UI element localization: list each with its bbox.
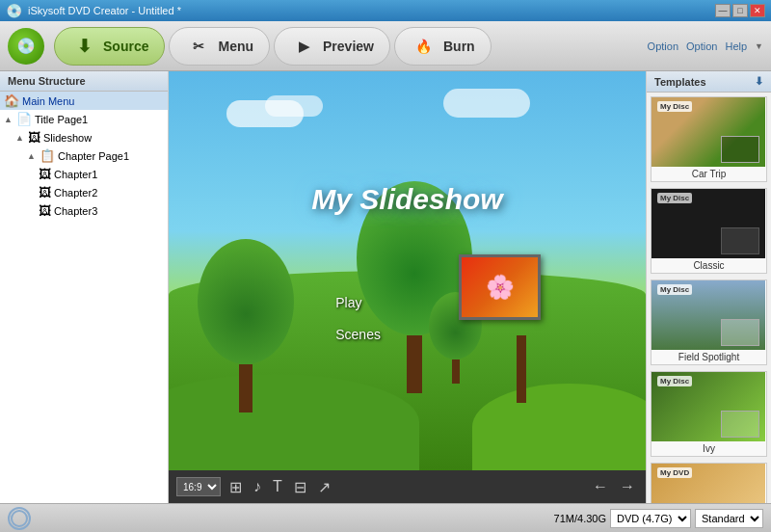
expand-icon-chapter-page: ▲: [27, 151, 37, 161]
maximize-button[interactable]: □: [732, 4, 748, 17]
close-button[interactable]: ✕: [750, 4, 765, 17]
tree-trunk-right: [407, 335, 422, 393]
template-ivy[interactable]: My Disc Ivy: [651, 371, 767, 457]
tree-top-left: [198, 239, 294, 364]
next-button[interactable]: →: [617, 478, 638, 495]
tree-item-slideshow[interactable]: ▲ 🖼 Slideshow: [0, 128, 168, 146]
menu-tab[interactable]: ✂ Menu: [169, 27, 270, 66]
fullscreen-icon[interactable]: ↗: [315, 478, 333, 496]
aspect-ratio-select[interactable]: 16:9 4:3: [176, 477, 221, 496]
tree-item-chapter1[interactable]: 🖼 Chapter1: [0, 165, 168, 183]
status-bar: 71M/4.30G DVD (4.7G) DVD (8.5G) Standard…: [0, 503, 771, 532]
template-ivy-mydisc: My Disc: [657, 376, 692, 386]
video-thumbnail: 🌸: [459, 254, 541, 320]
app-title: iSkysoft DVD Creator - Untitled *: [28, 5, 181, 16]
size-label: 71M/4.30G: [554, 513, 606, 524]
ivy-img: [721, 411, 759, 438]
window-controls: — □ ✕: [715, 4, 765, 17]
chapter2-icon: 🖼: [39, 185, 51, 200]
templates-header: Templates ⬇: [647, 71, 771, 93]
chapter-page1-label: Chapter Page1: [58, 150, 129, 162]
sign-post-group: [517, 335, 526, 403]
preview-tab[interactable]: ▶ Preview: [274, 27, 390, 66]
tree-item-title-page1[interactable]: ▲ 📄 Title Page1: [0, 110, 168, 128]
template-field-mydisc: My Disc: [657, 284, 692, 295]
tree-item-chapter2[interactable]: 🖼 Chapter2: [0, 183, 168, 201]
tree-trunk-center: [452, 359, 460, 384]
template-field-spotlight[interactable]: My Disc Field Spotlight: [651, 279, 767, 365]
preview-area: My Slideshow Play Scenes 🌸: [169, 71, 646, 470]
burn-label: Burn: [443, 39, 475, 54]
help-chevron: ▼: [755, 41, 763, 51]
help-link[interactable]: Help: [725, 40, 747, 52]
template-car-trip[interactable]: My Disc Car Trip: [651, 96, 767, 182]
template-preview-img: [721, 136, 759, 163]
minimize-button[interactable]: —: [715, 4, 731, 17]
template-thumb-field: My Disc: [651, 280, 765, 350]
tree-item-chapter-page1[interactable]: ▲ 📋 Chapter Page1: [0, 146, 168, 165]
ivy-label: Ivy: [651, 441, 766, 456]
subtitle-icon[interactable]: T: [270, 478, 285, 495]
expand-icon-title: ▲: [4, 115, 13, 124]
chapter2-label: Chapter2: [54, 187, 97, 199]
preview-label: Preview: [323, 39, 374, 54]
toolbar-right: Option Option Help ▼: [648, 40, 763, 52]
field-spotlight-label: Field Spotlight: [651, 350, 766, 364]
toolbar: 💿 ⬇ Source ✂ Menu ▶ Preview 🔥 Burn Optio…: [0, 21, 771, 71]
title-bar: 💿 iSkysoft DVD Creator - Untitled * — □ …: [0, 0, 771, 21]
template-classic-mydisc: My Disc: [657, 193, 692, 203]
title-page1-label: Title Page1: [35, 114, 88, 125]
templates-list: My Disc Car Trip My Disc Classic My Disc: [647, 93, 771, 503]
option-link[interactable]: Option: [648, 40, 678, 52]
chapter3-icon: 🖼: [39, 203, 51, 218]
disc-type-select[interactable]: DVD (4.7G) DVD (8.5G): [610, 509, 691, 528]
thumbnail-flower: 🌸: [462, 257, 538, 317]
templates-label: Templates: [654, 76, 706, 88]
source-icon: ⬇: [70, 33, 97, 60]
page-icon: 📄: [16, 112, 32, 126]
burn-icon: 🔥: [411, 33, 438, 60]
source-tab[interactable]: ⬇ Source: [54, 27, 165, 66]
dvd-scene: My Slideshow Play Scenes 🌸: [169, 71, 646, 470]
menu-label: Menu: [218, 39, 253, 54]
screen-icon[interactable]: ⊞: [226, 478, 245, 496]
right-panel: Templates ⬇ My Disc Car Trip My Disc Cla…: [646, 71, 771, 503]
classic-label: Classic: [651, 258, 766, 273]
template-thumb-ivy: My Disc: [651, 372, 765, 441]
chapter-page-icon: 📋: [40, 148, 55, 163]
progress-indicator: [8, 507, 31, 530]
burn-tab[interactable]: 🔥 Burn: [394, 27, 492, 66]
template-mydisc-label: My Disc: [657, 101, 692, 112]
tree-item-main-menu[interactable]: 🏠 Main Menu: [0, 92, 168, 110]
cloud-right: [443, 89, 530, 118]
option-text[interactable]: Option: [686, 40, 717, 52]
download-icon[interactable]: ⬇: [755, 75, 763, 88]
menu-icon: ✂: [185, 33, 212, 60]
classic-img: [721, 227, 759, 254]
audio-icon[interactable]: ♪: [251, 478, 264, 495]
hill-right: [472, 384, 646, 470]
template-thumb-classic: My Disc: [651, 189, 765, 258]
quality-select[interactable]: Standard High: [695, 509, 763, 528]
status-right: 71M/4.30G DVD (4.7G) DVD (8.5G) Standard…: [554, 509, 763, 528]
preview-toolbar: 16:9 4:3 ⊞ ♪ T ⊟ ↗ ← →: [169, 470, 646, 503]
template-classic[interactable]: My Disc Classic: [651, 188, 767, 274]
menu-structure-header: Menu Structure: [0, 71, 168, 92]
menu-scenes: Scenes: [335, 323, 381, 347]
sign-post: [517, 335, 526, 403]
menu-play: Play: [335, 291, 381, 315]
slideshow-label: Slideshow: [43, 132, 92, 144]
tree-trunk-left: [239, 364, 253, 412]
prev-button[interactable]: ←: [590, 478, 611, 495]
status-left: [8, 507, 31, 530]
cloud-left2: [265, 95, 323, 117]
tree-left: [198, 239, 294, 412]
scene-menu: Play Scenes: [335, 291, 381, 347]
chapter1-icon: 🖼: [39, 167, 51, 181]
chapter3-label: Chapter3: [54, 205, 97, 217]
source-label: Source: [103, 39, 148, 54]
tree-item-chapter3[interactable]: 🖼 Chapter3: [0, 201, 168, 220]
template-my-dvd[interactable]: My DVD My DVD: [651, 463, 767, 503]
scene-title: My Slideshow: [311, 183, 502, 216]
chapters-icon[interactable]: ⊟: [291, 478, 309, 496]
